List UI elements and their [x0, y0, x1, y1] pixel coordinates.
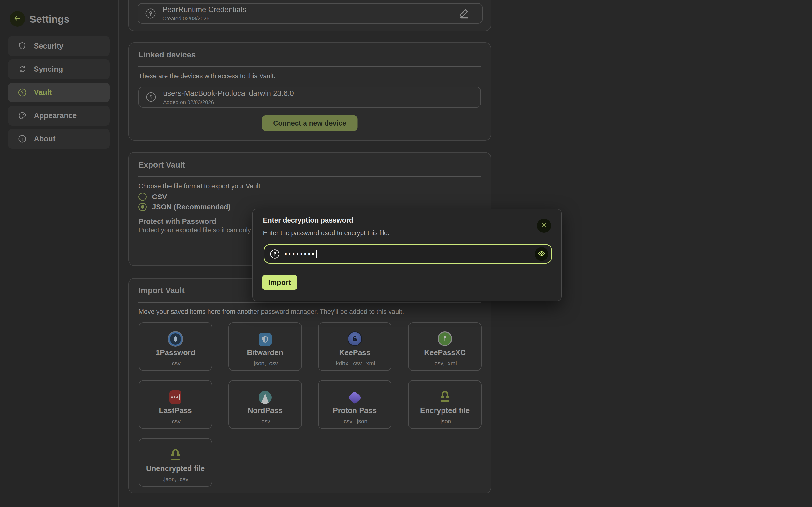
device-name: users-MacBook-Pro.local darwin 23.6.0 — [163, 89, 294, 98]
proton-pass-icon — [350, 385, 360, 404]
import-source-1password[interactable]: 1Password .csv — [139, 322, 212, 371]
device-card[interactable]: users-MacBook-Pro.local darwin 23.6.0 Ad… — [139, 87, 481, 108]
source-formats: .csv, .xml — [433, 360, 457, 367]
key-icon — [270, 249, 280, 259]
source-name: NordPass — [248, 406, 283, 415]
eye-icon — [538, 249, 546, 258]
protect-heading: Protect with Password — [139, 217, 216, 225]
credential-card[interactable]: PearRuntime Credentials Created 02/03/20… — [138, 3, 483, 24]
toggle-password-visibility-button[interactable] — [535, 247, 548, 261]
decryption-password-dialog: Enter decryption password Enter the pass… — [252, 209, 562, 301]
back-button[interactable] — [10, 11, 25, 26]
padlock-icon — [438, 385, 452, 404]
close-icon — [541, 222, 547, 229]
bitwarden-icon — [259, 327, 272, 346]
radio-checked-icon[interactable] — [139, 203, 147, 211]
arrow-left-icon — [13, 14, 21, 23]
lastpass-icon — [169, 385, 182, 404]
device-added: Added on 02/03/2026 — [163, 99, 294, 106]
credential-created: Created 02/03/2026 — [162, 15, 246, 22]
source-name: KeePass — [339, 348, 370, 357]
dialog-description: Enter the password used to encrypt this … — [263, 229, 390, 237]
padlock-icon — [169, 443, 182, 462]
import-source-lastpass[interactable]: LastPass .csv — [139, 380, 212, 429]
section-description: These are the devices with access to thi… — [139, 72, 275, 80]
password-input[interactable]: •••••••• — [264, 244, 552, 264]
close-button[interactable] — [537, 219, 551, 233]
keepass-icon — [348, 327, 362, 346]
sidebar-item-vault[interactable]: Vault — [8, 82, 110, 102]
dialog-title: Enter decryption password — [263, 216, 353, 224]
source-name: LastPass — [159, 406, 192, 415]
shield-icon — [17, 41, 27, 51]
section-description: Move your saved items here from another … — [139, 308, 404, 316]
source-name: Proton Pass — [333, 406, 377, 415]
sidebar-item-label: Security — [34, 42, 63, 50]
sidebar-nav: Security Syncing Vault Appearance — [8, 36, 110, 149]
key-icon — [145, 8, 156, 19]
source-name: Encrypted file — [420, 406, 470, 415]
import-vault-section: Import Vault Move your saved items here … — [128, 278, 491, 494]
sidebar-item-label: Syncing — [34, 65, 63, 74]
source-formats: .csv — [170, 418, 181, 425]
divider — [139, 302, 481, 303]
divider — [139, 176, 481, 177]
import-source-unencrypted-file[interactable]: Unencrypted file .json, .csv — [139, 438, 212, 487]
import-source-keepass[interactable]: KeePass .kdbx, .csv, .xml — [318, 322, 392, 371]
credential-title: PearRuntime Credentials — [162, 5, 246, 14]
source-formats: .json, .csv — [252, 360, 278, 367]
key-icon — [146, 92, 157, 103]
import-source-encrypted-file[interactable]: Encrypted file .json — [408, 380, 481, 429]
text-caret — [316, 249, 317, 258]
radio-option-json[interactable]: JSON (Recommended) — [139, 203, 231, 211]
settings-page: Settings Security Syncing Vault — [0, 0, 812, 507]
sidebar-item-appearance[interactable]: Appearance — [8, 106, 110, 125]
keepassxc-icon — [438, 327, 452, 346]
import-source-keepassxc[interactable]: KeePassXC .csv, .xml — [408, 322, 481, 371]
source-formats: .csv — [260, 418, 270, 425]
sidebar-item-label: Appearance — [34, 111, 77, 120]
protect-description: Protect your exported file so it can onl… — [139, 226, 260, 234]
sidebar-item-about[interactable]: About — [8, 129, 110, 149]
sidebar-item-label: Vault — [34, 88, 52, 97]
palette-icon — [17, 111, 27, 120]
password-masked-value: •••••••• — [285, 251, 316, 257]
import-source-nordpass[interactable]: NordPass .csv — [229, 380, 302, 429]
sidebar-item-security[interactable]: Security — [8, 36, 110, 56]
source-name: KeePassXC — [424, 348, 466, 357]
section-heading: Import Vault — [139, 286, 185, 295]
edit-icon[interactable] — [458, 6, 470, 20]
sidebar-item-syncing[interactable]: Syncing — [8, 59, 110, 79]
radio-label: JSON (Recommended) — [152, 203, 231, 211]
source-name: 1Password — [156, 348, 195, 357]
source-formats: .json, .csv — [163, 476, 189, 483]
section-heading: Linked devices — [139, 50, 196, 59]
page-title: Settings — [30, 13, 69, 25]
section-heading: Export Vault — [139, 160, 185, 169]
radio-icon[interactable] — [139, 193, 147, 201]
connect-new-device-button[interactable]: Connect a new device — [262, 115, 357, 131]
source-formats: .kdbx, .csv, .xml — [335, 360, 375, 367]
radio-option-csv[interactable]: CSV — [139, 193, 167, 201]
linked-devices-section: Linked devices These are the devices wit… — [128, 43, 491, 140]
source-formats: .json — [439, 418, 451, 425]
import-button[interactable]: Import — [262, 275, 297, 290]
import-source-protonpass[interactable]: Proton Pass .csv, .json — [318, 380, 392, 429]
source-name: Bitwarden — [247, 348, 283, 357]
import-source-bitwarden[interactable]: Bitwarden .json, .csv — [229, 322, 302, 371]
divider — [139, 66, 481, 67]
info-icon — [17, 134, 27, 144]
source-formats: .csv, .json — [342, 418, 367, 425]
sync-icon — [17, 64, 27, 74]
1password-icon — [168, 327, 183, 346]
source-formats: .csv — [170, 360, 181, 367]
nordpass-icon — [259, 385, 272, 404]
key-icon — [17, 88, 27, 97]
source-name: Unencrypted file — [146, 464, 205, 473]
sidebar-item-label: About — [34, 134, 56, 143]
radio-label: CSV — [152, 193, 167, 201]
credentials-section: PearRuntime Credentials Created 02/03/20… — [128, 0, 491, 31]
sidebar: Settings Security Syncing Vault — [0, 0, 119, 507]
section-description: Choose the file format to export your Va… — [139, 182, 260, 190]
